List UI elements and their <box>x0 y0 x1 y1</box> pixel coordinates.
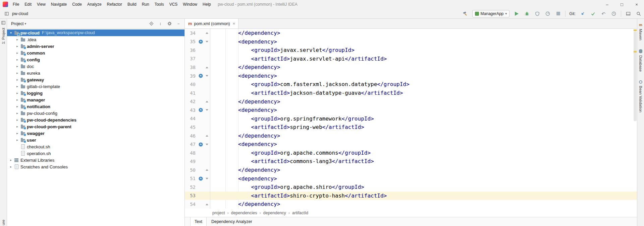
fold-start-icon[interactable] <box>204 41 210 43</box>
settings-gear-icon[interactable] <box>167 21 172 26</box>
run-button[interactable] <box>513 10 520 17</box>
code-line[interactable]: </dependency> <box>210 132 637 140</box>
code-line[interactable]: </dependency> <box>210 63 637 72</box>
fold-end-icon[interactable] <box>204 67 210 68</box>
debug-button[interactable] <box>524 10 530 17</box>
bottom-tab-text[interactable]: Text <box>190 217 207 226</box>
menu-analyze[interactable]: Analyze <box>85 0 104 9</box>
git-commit-button[interactable] <box>590 10 596 17</box>
fold-end-icon[interactable] <box>204 204 210 205</box>
code-line[interactable]: <artifactId>jackson-datatype-guava</arti… <box>210 89 637 97</box>
code-line[interactable]: </dependency> <box>210 97 637 106</box>
chevron-collapsed-icon[interactable]: ▸ <box>15 85 20 88</box>
tree-item-idea[interactable]: ▸.idea <box>7 36 184 43</box>
menu-window[interactable]: Window <box>180 0 200 9</box>
fold-start-icon[interactable] <box>204 75 210 77</box>
history-clock-icon[interactable] <box>610 10 617 17</box>
chevron-expanded-icon[interactable]: ▾ <box>8 31 13 34</box>
chevron-collapsed-icon[interactable]: ▸ <box>15 98 20 101</box>
chevron-collapsed-icon[interactable]: ▸ <box>15 91 20 95</box>
tree-item-pw-cloud-config[interactable]: ▸pw-cloud-config <box>7 110 184 117</box>
code-line[interactable]: <dependency> <box>210 174 637 183</box>
fold-end-icon[interactable] <box>204 135 210 137</box>
breadcrumb-dependencies[interactable]: dependencies <box>231 211 257 215</box>
close-button[interactable]: × <box>629 0 644 9</box>
chevron-collapsed-icon[interactable]: ▸ <box>15 105 20 108</box>
code-line[interactable]: <groupId>javax.servlet</groupId> <box>210 46 637 55</box>
tree-item-eureka[interactable]: ▸eureka <box>7 70 184 76</box>
search-everywhere-icon[interactable] <box>635 10 642 17</box>
fold-end-icon[interactable] <box>204 32 210 34</box>
menu-vcs[interactable]: VCS <box>167 0 180 9</box>
navigation-breadcrumb[interactable]: pw-cloud <box>12 11 28 16</box>
menu-help[interactable]: Help <box>200 0 214 9</box>
code-line[interactable]: <artifactId>javax.servlet-api</artifactI… <box>210 55 637 63</box>
code-line[interactable]: <artifactId>spring-web</artifactId> <box>210 123 637 132</box>
tree-item-config[interactable]: ▸config <box>7 56 184 63</box>
hide-panel-icon[interactable]: − <box>176 21 181 26</box>
menu-build[interactable]: Build <box>125 0 139 9</box>
chevron-collapsed-icon[interactable]: ▸ <box>15 58 20 61</box>
maven-dependency-gutter-icon[interactable] <box>199 176 203 181</box>
tree-item-notification[interactable]: ▸notification <box>7 103 184 110</box>
git-update-button[interactable] <box>579 10 586 17</box>
editor[interactable]: 3435363738394041424344454647484950515253… <box>185 29 637 209</box>
project-tool-button[interactable]: 1: Project <box>1 28 5 44</box>
chevron-collapsed-icon[interactable]: ▸ <box>15 65 20 68</box>
tree-item-pw-cloud[interactable]: ▾pw-cloudF:\java_workspace\pw-cloud <box>7 29 184 36</box>
chevron-collapsed-icon[interactable]: ▸ <box>15 51 20 55</box>
breadcrumb-dependency[interactable]: dependency <box>263 211 286 215</box>
maven-dependency-gutter-icon[interactable] <box>199 108 203 112</box>
chevron-collapsed-icon[interactable]: ▸ <box>15 125 20 128</box>
chevron-collapsed-icon[interactable]: ▸ <box>15 118 20 122</box>
breadcrumb-project[interactable]: project <box>212 211 225 215</box>
tab-pom-xml-common[interactable]: m pom.xml (common) × <box>185 19 238 28</box>
tree-item-logging[interactable]: ▸logging <box>7 90 184 96</box>
tree-item-pw-cloud-pom-parent[interactable]: ▸pw-cloud-pom-parent <box>7 123 184 130</box>
project-view-title[interactable]: Project <box>11 21 23 26</box>
chevron-collapsed-icon[interactable]: ▸ <box>15 132 20 135</box>
menu-file[interactable]: File <box>10 0 22 9</box>
tree-item-scratches-and-consoles[interactable]: ▸Scratches and Consoles <box>7 163 184 170</box>
tree-item-doc[interactable]: ▸doc <box>7 63 184 70</box>
code-line[interactable]: <groupId>org.apache.shiro</groupId> <box>210 183 637 192</box>
tree-item-swagger[interactable]: ▸swagger <box>7 130 184 137</box>
tree-item-manager[interactable]: ▸manager <box>7 96 184 103</box>
tree-item-checkout-sh[interactable]: checkout.sh <box>7 143 184 150</box>
maven-dependency-gutter-icon[interactable] <box>199 142 203 147</box>
fold-end-icon[interactable] <box>204 101 210 102</box>
warning-stripe-mark[interactable] <box>634 29 637 31</box>
tree-item-pw-cloud-dependencies[interactable]: ▸pw-cloud-dependencies <box>7 117 184 123</box>
chevron-collapsed-icon[interactable]: ▸ <box>15 45 20 48</box>
menu-code[interactable]: Code <box>69 0 85 9</box>
menu-edit[interactable]: Edit <box>22 0 34 9</box>
bottom-tab-dependency-analyzer[interactable]: Dependency Analyzer <box>207 217 256 226</box>
code-line[interactable]: </dependency> <box>210 166 637 174</box>
revert-button[interactable]: ↶ <box>600 10 607 17</box>
chevron-down-icon[interactable]: ▾ <box>24 22 26 25</box>
code-line[interactable]: <groupId>org.apache.commons</groupId> <box>210 149 637 157</box>
code-line[interactable]: <dependency> <box>210 37 637 46</box>
code-line[interactable]: <groupId>com.fasterxml.jackson.datatype<… <box>210 80 637 89</box>
tree-item-operation-sh[interactable]: operation.sh <box>7 150 184 157</box>
editor-scrollbar[interactable] <box>634 31 637 121</box>
menu-refactor[interactable]: Refactor <box>104 0 125 9</box>
fold-start-icon[interactable] <box>204 178 210 179</box>
structure-tool-button[interactable]: ure <box>1 220 5 225</box>
tool-button-database[interactable]: Database <box>639 49 643 72</box>
chevron-collapsed-icon[interactable]: ▸ <box>15 38 20 41</box>
scroll-from-source-icon[interactable]: ↕ <box>158 21 163 26</box>
menu-navigate[interactable]: Navigate <box>48 0 69 9</box>
tree-item-external-libraries[interactable]: ▸External Libraries <box>7 157 184 163</box>
build-hammer-icon[interactable] <box>462 10 469 17</box>
minimize-button[interactable]: – <box>600 0 614 9</box>
fold-start-icon[interactable] <box>204 109 210 111</box>
tool-button-bean-validation[interactable]: Bean Validation <box>639 80 643 112</box>
chevron-collapsed-icon[interactable]: ▸ <box>8 158 13 162</box>
coverage-button[interactable] <box>534 10 541 17</box>
code-line[interactable]: <groupId>org.springframework</groupId> <box>210 115 637 123</box>
tree-item-common[interactable]: ▸common <box>7 50 184 56</box>
fold-start-icon[interactable] <box>204 144 210 145</box>
chevron-collapsed-icon[interactable]: ▸ <box>15 78 20 81</box>
code-line[interactable]: <artifactId>shiro-crypto-hash</artifactI… <box>210 192 637 200</box>
